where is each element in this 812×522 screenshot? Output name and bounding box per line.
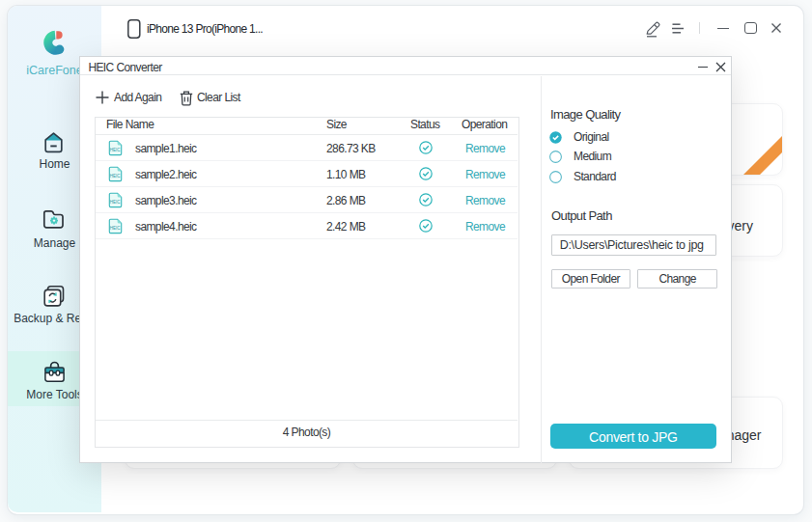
svg-text:HEIC: HEIC — [110, 200, 122, 205]
svg-text:HEIC: HEIC — [110, 226, 122, 231]
svg-text:HEIC: HEIC — [110, 174, 122, 179]
svg-text:HEIC: HEIC — [110, 148, 122, 152]
